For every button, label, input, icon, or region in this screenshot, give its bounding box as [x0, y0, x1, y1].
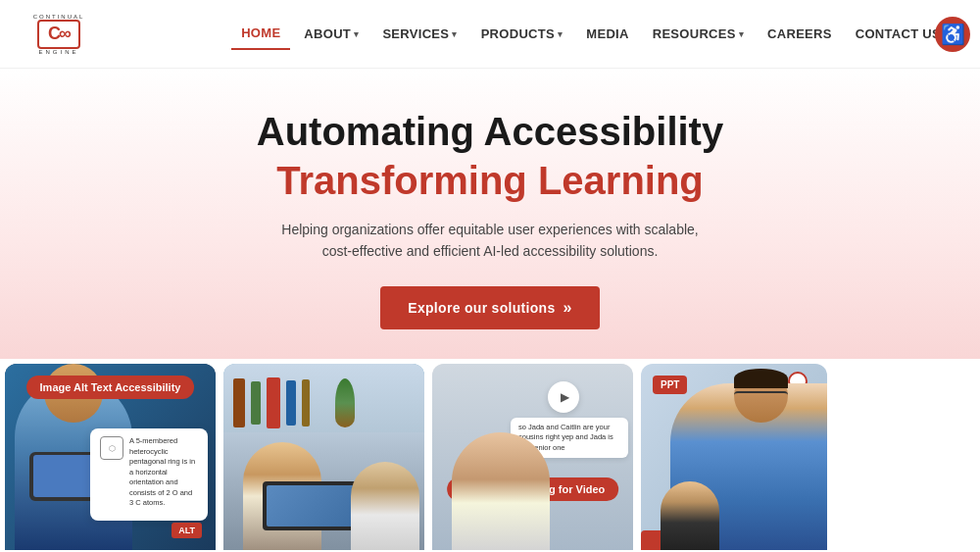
bookshelf-area — [223, 364, 424, 442]
elderly-person-card3 — [452, 432, 550, 550]
elderly-person2 — [351, 462, 419, 550]
alt-text-box: ⬡ A 5-membered heterocyclic pentagonal r… — [90, 428, 208, 521]
card4-bg: PPT — [641, 364, 827, 550]
alt-icon-row: ⬡ A 5-membered heterocyclic pentagonal r… — [100, 436, 198, 509]
nav-item-careers[interactable]: CAREERS — [758, 19, 842, 49]
nav-link-careers[interactable]: CAREERS — [758, 19, 842, 49]
molecule-icon: ⬡ — [100, 436, 123, 460]
nav-link-media[interactable]: MEDIA — [576, 19, 638, 49]
book2 — [251, 381, 261, 425]
small-person2 — [661, 481, 719, 550]
alt-text-content: A 5-membered heterocyclic pentagonal rin… — [129, 436, 198, 509]
logo-symbol-text: C∞ — [48, 24, 70, 44]
hero-section: Automating Accessibility Transforming Le… — [0, 69, 980, 359]
card-ppt: PPT — [641, 364, 827, 550]
card-alt-text: Image Alt Text Accessibility ⬡ A 5-membe… — [5, 364, 216, 550]
hero-headline-2: Transforming Learning — [20, 159, 960, 203]
nav-link-products[interactable]: PRODUCTS ▾ — [471, 19, 573, 49]
nav-link-services[interactable]: SERVICES ▾ — [372, 19, 466, 49]
nav-item-services[interactable]: SERVICES ▾ — [372, 19, 466, 49]
card3-bg: ▶ CC so Jada and Caitlin are your cousin… — [432, 364, 633, 550]
card2-bg — [223, 364, 424, 550]
tablet-screen — [33, 455, 94, 497]
logo-bottom-text: ENGINE — [38, 49, 78, 55]
card-laptop — [223, 364, 424, 550]
chevron-down-icon: ▾ — [452, 29, 457, 39]
play-button: ▶ — [548, 381, 579, 413]
book3 — [267, 377, 280, 428]
nav-link-about[interactable]: ABOUT ▾ — [294, 19, 368, 49]
accessibility-button[interactable]: ♿ — [935, 17, 970, 52]
nav-item-media[interactable]: MEDIA — [576, 19, 638, 49]
chevron-down-icon: ▾ — [558, 29, 563, 39]
chevron-down-icon: ▾ — [354, 29, 359, 39]
book5 — [302, 379, 310, 427]
glasses — [734, 391, 788, 406]
hero-headline-1: Automating Accessibility — [20, 108, 960, 155]
nav-links: HOME ABOUT ▾ SERVICES ▾ PRODUCTS ▾ MEDIA… — [231, 18, 951, 50]
card1-overlay-label: Image Alt Text Accessibility — [26, 376, 195, 399]
nav-item-home[interactable]: HOME — [231, 18, 290, 50]
logo-image: CONTINUAL C∞ ENGINE — [29, 7, 88, 61]
navbar: CONTINUAL C∞ ENGINE HOME ABOUT ▾ SERVICE… — [0, 0, 980, 69]
explore-solutions-button[interactable]: Explore our solutions » — [380, 286, 599, 329]
book1 — [233, 378, 245, 427]
play-icon: ▶ — [561, 390, 569, 404]
logo[interactable]: CONTINUAL C∞ ENGINE — [29, 7, 88, 61]
chevron-down-icon: ▾ — [739, 29, 744, 39]
tablet-device — [29, 452, 98, 501]
nav-item-products[interactable]: PRODUCTS ▾ — [471, 19, 573, 49]
accessibility-icon: ♿ — [941, 23, 965, 46]
logo-symbol: C∞ — [37, 20, 80, 49]
explore-label: Explore our solutions — [408, 300, 555, 316]
hero-subtext: Helping organizations offer equitable us… — [274, 219, 706, 263]
nav-link-resources[interactable]: RESOURCES ▾ — [643, 19, 754, 49]
nav-item-about[interactable]: ABOUT ▾ — [294, 19, 368, 49]
hair — [734, 369, 788, 388]
plant — [335, 378, 355, 427]
ppt-badge: PPT — [653, 376, 687, 394]
nav-link-home[interactable]: HOME — [231, 18, 290, 50]
cards-strip: Image Alt Text Accessibility ⬡ A 5-membe… — [0, 364, 980, 550]
nav-item-resources[interactable]: RESOURCES ▾ — [643, 19, 754, 49]
book4 — [286, 380, 296, 426]
logo-top-text: CONTINUAL — [33, 14, 85, 20]
arrows-icon: » — [564, 299, 572, 317]
alt-badge: ALT — [172, 523, 202, 538]
card-closed-captioning: ▶ CC so Jada and Caitlin are your cousin… — [432, 364, 633, 550]
